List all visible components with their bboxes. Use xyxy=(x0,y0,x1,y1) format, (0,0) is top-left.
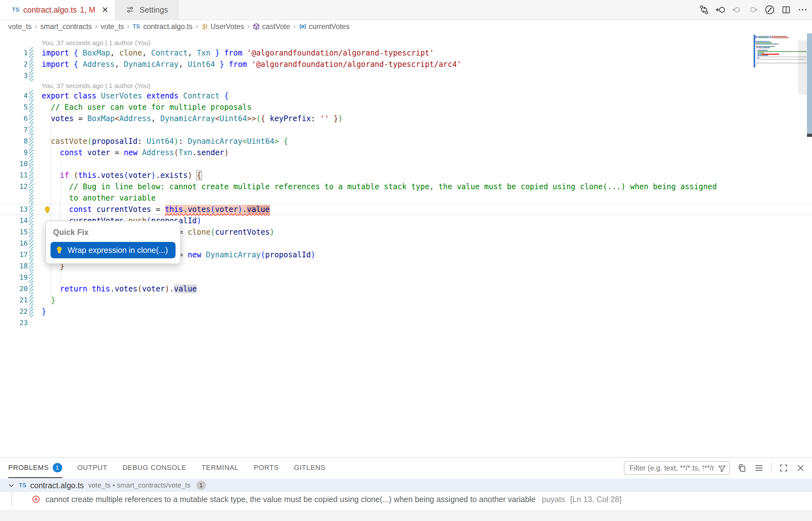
class-symbol-icon xyxy=(201,23,209,30)
line-number[interactable]: 7 xyxy=(0,124,28,136)
line-number[interactable]: 13 xyxy=(0,204,28,215)
line-number[interactable]: 14 xyxy=(0,215,28,226)
code-line-21[interactable]: 21 } xyxy=(0,295,812,306)
panel-empty-area xyxy=(0,509,812,521)
problems-file-row[interactable]: TS contract.algo.ts vote_ts • smart_cont… xyxy=(0,479,812,492)
problems-file-path: vote_ts • smart_contracts/vote_ts xyxy=(88,481,190,490)
line-number[interactable]: 6 xyxy=(0,113,28,124)
line-number[interactable]: 12 xyxy=(0,181,28,192)
variable-symbol-icon xyxy=(299,23,307,30)
breadcrumb-item-smart_contracts[interactable]: smart_contracts xyxy=(40,22,92,31)
line-number[interactable]: 22 xyxy=(0,306,28,317)
breadcrumb-item-vote_ts[interactable]: vote_ts xyxy=(8,22,31,31)
editor-scrollbar[interactable] xyxy=(807,33,812,137)
tab-settings[interactable]: Settings xyxy=(115,0,179,20)
line-number[interactable]: 23 xyxy=(0,317,28,329)
maximize-panel-icon[interactable] xyxy=(778,463,789,473)
panel-tab-problems[interactable]: PROBLEMS1 xyxy=(8,458,62,478)
code-line-19[interactable]: 19 xyxy=(0,272,812,283)
code-line-10[interactable]: 10 xyxy=(0,158,812,170)
gitlens-blame-annotation[interactable]: You, 37 seconds ago | 1 author (You) xyxy=(0,39,812,47)
line-number[interactable]: 18 xyxy=(0,260,28,272)
open-changes-icon[interactable] xyxy=(715,5,726,15)
code-line-7[interactable]: 7 xyxy=(0,124,812,136)
line-number[interactable]: 10 xyxy=(0,158,28,170)
typescript-file-icon: TS xyxy=(12,7,20,13)
gitlens-blame-annotation[interactable]: You, 37 seconds ago | 1 author (You) xyxy=(0,82,812,90)
line-number[interactable]: 8 xyxy=(0,136,28,147)
git-added-gutter-decoration xyxy=(29,90,34,101)
git-added-gutter-decoration xyxy=(29,283,34,295)
quick-fix-action-wrap-in-clone[interactable]: Wrap expression in clone(...) xyxy=(50,242,175,258)
panel-tab-gitlens[interactable]: GITLENS xyxy=(294,458,325,478)
panel-tab-terminal[interactable]: TERMINAL xyxy=(201,458,239,478)
line-number[interactable]: 9 xyxy=(0,147,28,158)
line-number[interactable]: 3 xyxy=(0,70,28,82)
close-panel-icon[interactable] xyxy=(796,463,806,473)
code-line-12[interactable]: 12 // Bug in line below: cannot create m… xyxy=(0,181,812,192)
filter-funnel-icon[interactable] xyxy=(718,463,726,475)
code-line-23[interactable]: 23 xyxy=(0,317,812,329)
line-number[interactable]: 4 xyxy=(0,90,28,101)
line-number[interactable]: 11 xyxy=(0,170,28,181)
split-editor-icon[interactable] xyxy=(781,5,791,15)
git-added-gutter-decoration xyxy=(29,238,34,249)
line-number[interactable]: 5 xyxy=(0,101,28,113)
quick-fix-popup: Quick Fix Wrap expression in clone(...) xyxy=(45,221,180,264)
breadcrumb-separator-icon: › xyxy=(196,22,198,30)
code-line-11[interactable]: 11 if (this.votes(voter).exists) { xyxy=(0,170,812,181)
settings-sliders-icon xyxy=(125,5,135,15)
line-number[interactable]: 2 xyxy=(0,59,28,70)
previous-change-icon[interactable] xyxy=(732,5,742,15)
code-line-4[interactable]: 4export class UserVotes extends Contract… xyxy=(0,90,812,101)
run-or-debug-icon[interactable] xyxy=(765,5,775,15)
next-change-icon[interactable] xyxy=(748,5,758,15)
code-line-6[interactable]: 6 votes = BoxMap<Address, DynamicArray<U… xyxy=(0,113,812,124)
code-line-2[interactable]: 2import { Address, DynamicArray, Uint64 … xyxy=(0,59,812,70)
copy-all-icon[interactable] xyxy=(737,463,747,473)
breadcrumb-item-currentVotes[interactable]: currentVotes xyxy=(299,22,349,31)
chevron-down-icon[interactable] xyxy=(6,480,16,491)
git-compare-icon[interactable] xyxy=(699,5,709,15)
line-number[interactable]: 1 xyxy=(0,47,28,59)
panel-tab-output[interactable]: OUTPUT xyxy=(77,458,107,478)
problems-error-row[interactable]: cannot create multiple references to a m… xyxy=(0,492,812,506)
code-text: // Each user can vote for multiple propo… xyxy=(42,101,252,113)
panel-tab-ports[interactable]: PORTS xyxy=(254,458,279,478)
breadcrumb-item-contract.algo.ts[interactable]: TScontract.algo.ts xyxy=(133,22,193,31)
code-line-3[interactable]: 3 xyxy=(0,70,812,82)
tab-contract-algo-ts[interactable]: TS contract.algo.ts 1, M ✕ xyxy=(0,0,115,20)
code-line-22[interactable]: 22} xyxy=(0,306,812,317)
code-line-5[interactable]: 5 // Each user can vote for multiple pro… xyxy=(0,101,812,113)
line-number[interactable]: 19 xyxy=(0,272,28,283)
view-as-list-icon[interactable] xyxy=(754,463,764,473)
close-tab-icon[interactable]: ✕ xyxy=(102,6,109,14)
method-symbol-icon xyxy=(253,23,260,30)
editor-tab-bar: TS contract.algo.ts 1, M ✕ Settings xyxy=(0,0,812,20)
code-text: if (this.votes(voter).exists) { xyxy=(42,170,201,181)
code-line-9[interactable]: 9 const voter = new Address(Txn.sender) xyxy=(0,147,812,158)
line-number[interactable]: 16 xyxy=(0,238,28,249)
breadcrumb-item-UserVotes[interactable]: UserVotes xyxy=(201,22,244,31)
code-line-1[interactable]: 1import { BoxMap, clone, Contract, Txn }… xyxy=(0,47,812,59)
vscode-window: TS contract.algo.ts 1, M ✕ Settings xyxy=(0,0,812,521)
error-icon xyxy=(31,495,40,504)
more-actions-icon[interactable] xyxy=(797,5,808,15)
code-area: You, 37 seconds ago | 1 author (You)1imp… xyxy=(0,39,812,329)
problems-filter-input[interactable] xyxy=(624,461,730,475)
breadcrumb-item-vote_ts[interactable]: vote_ts xyxy=(100,22,124,31)
line-number[interactable]: 21 xyxy=(0,295,28,306)
code-line-wrap[interactable]: to another variable xyxy=(0,192,812,204)
code-line-13[interactable]: 13 const currentVotes = this.votes(voter… xyxy=(0,204,812,215)
breadcrumb-separator-icon: › xyxy=(95,22,97,30)
error-message: cannot create multiple references to a m… xyxy=(45,495,535,504)
breadcrumb-separator-icon: › xyxy=(35,22,37,30)
code-line-8[interactable]: 8 castVote(proposalId: Uint64): DynamicA… xyxy=(0,136,812,147)
panel-tab-debug-console[interactable]: DEBUG CONSOLE xyxy=(123,458,186,478)
git-added-gutter-decoration xyxy=(29,47,34,59)
line-number[interactable]: 20 xyxy=(0,283,28,295)
code-line-20[interactable]: 20 return this.votes(voter).value xyxy=(0,283,812,295)
line-number[interactable]: 17 xyxy=(0,249,28,260)
line-number[interactable]: 15 xyxy=(0,226,28,238)
breadcrumb-item-castVote[interactable]: castVote xyxy=(253,22,290,31)
